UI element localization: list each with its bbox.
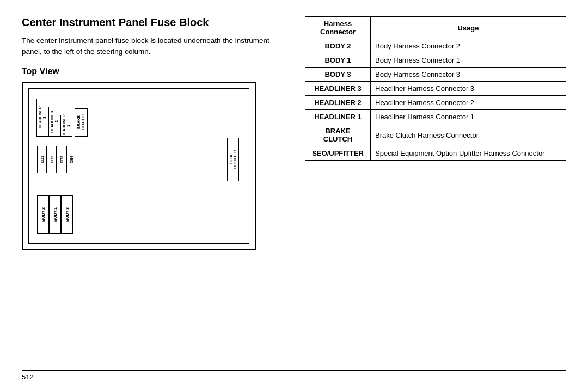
usage-cell: Headliner Harness Connector 2 — [371, 96, 566, 110]
left-column: Center Instrument Panel Fuse Block The c… — [22, 16, 289, 364]
connector-cell: HEADLINER 2 — [305, 96, 371, 110]
diagram-container: HEADLINER3 HEADLINER2 HEADLINER1 BRAKECL… — [22, 82, 256, 250]
usage-cell: Headliner Harness Connector 3 — [371, 82, 566, 96]
usage-cell: Headliner Harness Connector 1 — [371, 110, 566, 124]
table-row: HEADLINER 1Headliner Harness Connector 1 — [305, 110, 566, 124]
table-row: BODY 2Body Harness Connector 2 — [305, 39, 566, 53]
page: Center Instrument Panel Fuse Block The c… — [0, 0, 588, 392]
top-view-label: Top View — [22, 66, 289, 76]
body2-box: BODY 2 — [37, 195, 49, 234]
brake-clutch-box: BRAKECLUTCH — [75, 108, 88, 137]
headliner-group: HEADLINER3 HEADLINER2 HEADLINER1 BRAKECL… — [36, 99, 88, 137]
diagram-inner: HEADLINER3 HEADLINER2 HEADLINER1 BRAKECL… — [28, 88, 249, 244]
table-row: BODY 3Body Harness Connector 3 — [305, 68, 566, 82]
content-row: Center Instrument Panel Fuse Block The c… — [22, 16, 566, 364]
headliner-3-box: HEADLINER3 — [36, 99, 48, 137]
seo-upfitter-box: SEO/UPFITTER — [227, 138, 239, 181]
table-row: BRAKE CLUTCHBrake Clutch Harness Connect… — [305, 124, 566, 146]
table-row: BODY 1Body Harness Connector 1 — [305, 53, 566, 68]
body1-box: BODY 1 — [49, 195, 61, 234]
footer: 512 — [22, 364, 566, 381]
connector-cell: HEADLINER 3 — [305, 82, 371, 96]
cb4-box: CB4 — [66, 146, 76, 173]
cb2-box: CB2 — [47, 146, 57, 173]
page-number: 512 — [22, 373, 566, 381]
right-column: Harness Connector Usage BODY 2Body Harne… — [305, 16, 566, 364]
table-row: SEO/UPFITTERSpecial Equipment Option Upf… — [305, 146, 566, 161]
connector-cell: BRAKE CLUTCH — [305, 124, 371, 146]
usage-cell: Body Harness Connector 2 — [371, 39, 566, 53]
connector-cell: BODY 2 — [305, 39, 371, 53]
usage-cell: Body Harness Connector 3 — [371, 68, 566, 82]
connector-cell: BODY 1 — [305, 53, 371, 68]
description: The center instrument panel fuse block i… — [22, 35, 289, 58]
cb-group: CB1 CB2 CB3 CB4 — [37, 146, 76, 173]
table-row: HEADLINER 3Headliner Harness Connector 3 — [305, 82, 566, 96]
cb1-box: CB1 — [37, 146, 47, 173]
headliner-2-box: HEADLINER2 — [48, 107, 60, 137]
table-row: HEADLINER 2Headliner Harness Connector 2 — [305, 96, 566, 110]
col2-header: Usage — [371, 17, 566, 39]
connector-cell: HEADLINER 1 — [305, 110, 371, 124]
headliner-1-box: HEADLINER1 — [60, 115, 72, 137]
connector-cell: BODY 3 — [305, 68, 371, 82]
page-title: Center Instrument Panel Fuse Block — [22, 16, 289, 29]
usage-cell: Special Equipment Option Upfitter Harnes… — [371, 146, 566, 161]
connector-cell: SEO/UPFITTER — [305, 146, 371, 161]
usage-cell: Body Harness Connector 1 — [371, 53, 566, 68]
body3-box: BODY 3 — [61, 195, 73, 234]
harness-table: Harness Connector Usage BODY 2Body Harne… — [305, 16, 566, 161]
usage-cell: Brake Clutch Harness Connector — [371, 124, 566, 146]
col1-header: Harness Connector — [305, 17, 371, 39]
body-group: BODY 2 BODY 1 BODY 3 — [37, 195, 73, 234]
cb3-box: CB3 — [57, 146, 66, 173]
table-body: BODY 2Body Harness Connector 2BODY 1Body… — [305, 39, 566, 161]
footer-line — [22, 370, 566, 371]
